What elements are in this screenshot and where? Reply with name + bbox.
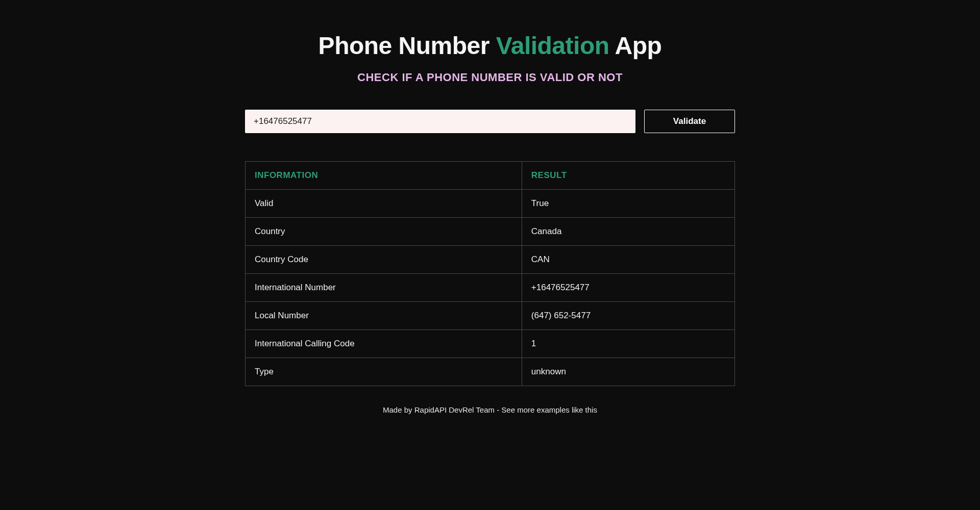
row-value: +16476525477 bbox=[522, 274, 734, 302]
row-value: unknown bbox=[522, 358, 734, 386]
row-label: International Number bbox=[246, 274, 522, 302]
row-value: CAN bbox=[522, 246, 734, 274]
row-value: Canada bbox=[522, 218, 734, 246]
footer-text: Made by RapidAPI DevRel Team - bbox=[383, 405, 501, 414]
page-title: Phone Number Validation App bbox=[318, 32, 662, 60]
row-value: 1 bbox=[522, 330, 734, 358]
title-prefix: Phone Number bbox=[318, 32, 496, 59]
row-label: Country bbox=[246, 218, 522, 246]
title-accent: Validation bbox=[496, 32, 609, 59]
row-label: International Calling Code bbox=[246, 330, 522, 358]
table-row: Country Code CAN bbox=[246, 246, 735, 274]
table-row: International Number +16476525477 bbox=[246, 274, 735, 302]
table-row: Local Number (647) 652-5477 bbox=[246, 302, 735, 330]
table-header-row: Information Result bbox=[246, 162, 735, 190]
phone-input[interactable] bbox=[245, 110, 635, 133]
table-row: International Calling Code 1 bbox=[246, 330, 735, 358]
title-suffix: App bbox=[609, 32, 662, 59]
row-value: (647) 652-5477 bbox=[522, 302, 734, 330]
row-label: Type bbox=[246, 358, 522, 386]
row-label: Valid bbox=[246, 190, 522, 218]
row-value: True bbox=[522, 190, 734, 218]
table-row: Valid True bbox=[246, 190, 735, 218]
table-row: Type unknown bbox=[246, 358, 735, 386]
footer: Made by RapidAPI DevRel Team - See more … bbox=[383, 405, 597, 414]
table-header-result: Result bbox=[522, 162, 734, 190]
footer-link[interactable]: See more examples like this bbox=[501, 405, 597, 414]
table-header-information: Information bbox=[246, 162, 522, 190]
table-row: Country Canada bbox=[246, 218, 735, 246]
row-label: Country Code bbox=[246, 246, 522, 274]
row-label: Local Number bbox=[246, 302, 522, 330]
validate-button[interactable]: Validate bbox=[644, 110, 735, 133]
form-row: Validate bbox=[245, 110, 735, 133]
header: Phone Number Validation App CHECK IF A P… bbox=[318, 32, 662, 84]
results-table: Information Result Valid True Country Ca… bbox=[245, 161, 735, 386]
page-subtitle: CHECK IF A PHONE NUMBER IS VALID OR NOT bbox=[318, 71, 662, 84]
